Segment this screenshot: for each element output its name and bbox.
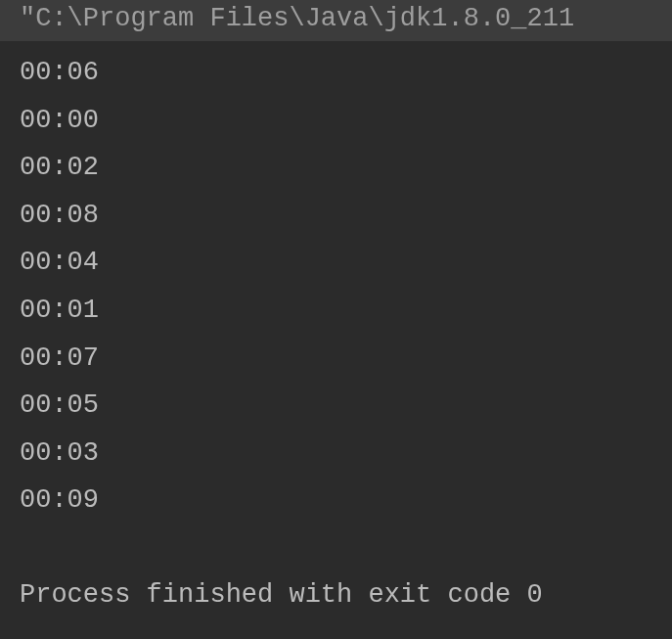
command-invocation-line: "C:\Program Files\Java\jdk1.8.0_211 [0, 0, 672, 41]
blank-line [20, 525, 672, 571]
output-line: 00:04 [20, 239, 672, 287]
console-output-area: 00:06 00:00 00:02 00:08 00:04 00:01 00:0… [0, 41, 672, 619]
output-line: 00:01 [20, 287, 672, 335]
output-line: 00:00 [20, 97, 672, 145]
output-line: 00:06 [20, 49, 672, 97]
output-line: 00:02 [20, 144, 672, 192]
output-line: 00:03 [20, 430, 672, 478]
output-line: 00:08 [20, 192, 672, 240]
output-line: 00:05 [20, 382, 672, 430]
process-exit-message: Process finished with exit code 0 [20, 571, 672, 619]
console-output-panel: "C:\Program Files\Java\jdk1.8.0_211 00:0… [0, 0, 672, 639]
output-line: 00:07 [20, 335, 672, 383]
output-line: 00:09 [20, 477, 672, 525]
